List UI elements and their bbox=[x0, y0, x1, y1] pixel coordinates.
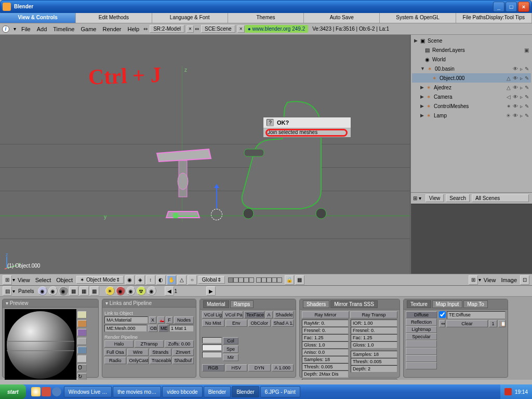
texface-a-button[interactable]: A bbox=[265, 311, 273, 318]
scene-selector[interactable]: SCE:Scene bbox=[201, 25, 235, 33]
obcolor-button[interactable]: ObColor bbox=[248, 320, 271, 327]
mapinput-tab[interactable]: Map Input bbox=[432, 300, 462, 308]
hsv-button[interactable]: HSV bbox=[225, 364, 248, 371]
shadeless-button[interactable]: Shadeless bbox=[274, 311, 294, 318]
mat-index-field[interactable]: 1 Mat 1 bbox=[169, 325, 194, 332]
file-menu[interactable]: File bbox=[21, 26, 31, 32]
mir-swatch[interactable] bbox=[202, 352, 222, 358]
wire-button[interactable]: Wire bbox=[127, 349, 149, 356]
task-blender2[interactable]: Blender bbox=[232, 386, 259, 397]
fresnel1-field[interactable]: Fresnel: 0. bbox=[302, 327, 349, 334]
3d-viewport[interactable]: y z Ctrl + J bbox=[0, 35, 410, 274]
object-lectern[interactable] bbox=[153, 144, 215, 222]
tex-clear-button[interactable]: Clear bbox=[446, 320, 488, 327]
ctx-shading-icon[interactable]: ◉ bbox=[59, 286, 68, 296]
shaders-tab[interactable]: Shaders bbox=[303, 300, 329, 308]
tab-view-controls[interactable]: View & Controls bbox=[0, 13, 76, 23]
task-blender1[interactable]: Blender bbox=[204, 386, 231, 397]
onlycast-button[interactable]: OnlyCast bbox=[127, 357, 149, 364]
alpha-field[interactable]: A 1.000 bbox=[272, 364, 294, 371]
tex-name-field[interactable]: TE:Diffuse bbox=[447, 311, 506, 319]
tab-themes[interactable]: Themes bbox=[228, 13, 304, 23]
z-gizmo[interactable] bbox=[216, 184, 217, 208]
render-menu[interactable]: Render bbox=[102, 26, 121, 32]
ramps-tab[interactable]: Ramps bbox=[230, 300, 254, 308]
render-preview-icon[interactable]: ▦ bbox=[295, 275, 304, 285]
quicklaunch-icon[interactable] bbox=[52, 387, 61, 396]
close-button[interactable]: × bbox=[518, 2, 529, 12]
buttons-type-icon[interactable]: ▤ bbox=[3, 286, 12, 296]
outliner-view-menu[interactable]: View bbox=[425, 194, 444, 202]
mapto-tab[interactable]: Map To bbox=[463, 300, 488, 308]
tree-object000[interactable]: ✶ Object.000 △👁▹✎ bbox=[412, 73, 531, 83]
tex-toggle[interactable] bbox=[439, 311, 446, 319]
frame-next-button[interactable]: ▶ bbox=[206, 286, 216, 296]
task-paint[interactable]: 6.JPG - Paint bbox=[260, 386, 300, 397]
task-video-bbcode[interactable]: video bbcode bbox=[162, 386, 203, 397]
shad-a-field[interactable]: Shad A 1.00 bbox=[272, 320, 294, 327]
thresh2-field[interactable]: Thresh: 0.005 bbox=[351, 358, 397, 365]
layer-buttons[interactable] bbox=[228, 277, 282, 283]
traceable-button[interactable]: Traceable bbox=[150, 357, 171, 364]
tab-auto-save[interactable]: Auto Save bbox=[304, 13, 380, 23]
tex-copy-icon[interactable]: 📋 bbox=[498, 320, 506, 327]
frame-field[interactable]: 1 bbox=[175, 288, 206, 294]
ma-x-button[interactable]: X bbox=[149, 316, 156, 324]
env-button[interactable]: Env bbox=[225, 320, 248, 327]
ctx-scene-icon[interactable]: ▦ bbox=[90, 286, 99, 296]
uv-pin-icon[interactable]: ⊡ bbox=[520, 275, 529, 285]
texture-tab[interactable]: Texture bbox=[407, 300, 431, 308]
material-tab[interactable]: Material bbox=[203, 300, 229, 308]
tab-edit-methods[interactable]: Edit Methods bbox=[76, 13, 152, 23]
samples1-field[interactable]: Samples: 18 bbox=[302, 356, 349, 363]
ctx-object-icon[interactable]: ▦ bbox=[69, 286, 78, 296]
ctx-logic-icon[interactable]: ◉ bbox=[38, 286, 47, 296]
view-menu[interactable]: View bbox=[18, 277, 30, 283]
tree-world[interactable]: ◉ World bbox=[412, 55, 531, 64]
tree-renderlayers[interactable]: ▤ RenderLayers ▣ bbox=[412, 45, 531, 55]
texface-button[interactable]: TexFace bbox=[244, 311, 264, 318]
mesh-name-field[interactable]: ME:Mesh.000 bbox=[104, 325, 147, 332]
uv-image-panel[interactable] bbox=[411, 204, 532, 274]
version-link[interactable]: ● www.blender.org 249.2 bbox=[245, 25, 309, 33]
pivot-icon[interactable]: ◈ bbox=[136, 275, 145, 285]
thresh1-field[interactable]: Thresh: 0.005 bbox=[302, 363, 349, 370]
ma-f-button[interactable]: F bbox=[166, 316, 173, 324]
tree-basin[interactable]: ▼✶ 00.basin 👁▹✎ bbox=[412, 64, 531, 73]
rgb-button[interactable]: RGB bbox=[202, 364, 224, 371]
tab-system-opengl[interactable]: System & OpenGL bbox=[380, 13, 456, 23]
subctx-world-icon[interactable]: ◉ bbox=[147, 286, 156, 296]
tree-ajedrez[interactable]: ▶✶ Ajedrez △👁▹✎ bbox=[412, 83, 531, 92]
col-swatch[interactable] bbox=[202, 337, 222, 343]
tex-slot-diffuse[interactable]: Diffuse bbox=[406, 311, 437, 318]
shadbuf-button[interactable]: Shadbuf bbox=[172, 357, 194, 364]
scene-delete-button[interactable]: × bbox=[237, 25, 245, 33]
gizmo-origin[interactable] bbox=[173, 213, 178, 218]
tree-controlmeshes[interactable]: ▶✶ ControlMeshes ✶👁▹✎ bbox=[412, 101, 531, 111]
fac2-field[interactable]: Fac: 1.25 bbox=[351, 334, 397, 341]
tree-lamp[interactable]: ▶✶ Lamp ☀👁▹✎ bbox=[412, 111, 531, 120]
zoffs-field[interactable]: Zoffs: 0.00 bbox=[165, 340, 194, 348]
system-tray[interactable]: 19:14 bbox=[500, 384, 532, 399]
minimize-button[interactable]: _ bbox=[493, 2, 504, 12]
ctx-script-icon[interactable]: ◉ bbox=[48, 286, 58, 296]
radio-button[interactable]: Radio bbox=[104, 357, 126, 364]
mirror-bottom-field[interactable]: Filter: 0.000Limit: 0.0Falloff: 1.0SpecT… bbox=[302, 379, 397, 380]
gloss1-field[interactable]: Gloss: 1.0 bbox=[302, 341, 349, 349]
circle-icon[interactable]: ○ bbox=[188, 275, 197, 285]
raytransp-button[interactable]: Ray Transp bbox=[350, 311, 397, 318]
ior-field[interactable]: IOR: 1.00 bbox=[351, 320, 397, 327]
ma-auto-button[interactable]: 🚗 bbox=[157, 316, 165, 324]
strands-button[interactable]: Strands bbox=[150, 349, 171, 356]
tab-file-paths[interactable]: File PathsDisplay:Tool Tips bbox=[456, 13, 532, 23]
screen-selector[interactable]: SR:2-Model bbox=[150, 25, 184, 33]
aniso-field[interactable]: Aniso: 0.0 bbox=[302, 349, 349, 356]
tex-slot-specular[interactable]: Specular bbox=[406, 333, 437, 340]
widget-move-icon[interactable]: ↕ bbox=[146, 275, 155, 285]
help-menu[interactable]: Help bbox=[128, 26, 140, 32]
halo-button[interactable]: Halo bbox=[104, 340, 134, 348]
hand-icon[interactable]: ✋ bbox=[167, 275, 176, 285]
depth1-field[interactable]: Depth: 2Max Dis bbox=[302, 370, 349, 378]
tex-slot-lightmap[interactable]: Lightmap bbox=[406, 326, 437, 333]
outliner-search-menu[interactable]: Search bbox=[446, 194, 470, 202]
